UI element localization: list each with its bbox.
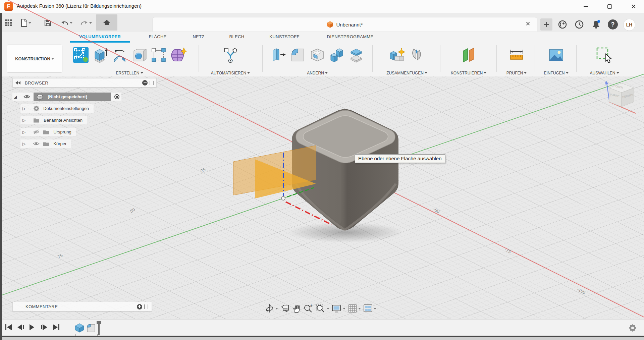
insert-image-icon (548, 47, 564, 63)
select-button[interactable] (595, 43, 614, 67)
timeline-marker[interactable] (98, 321, 100, 335)
hole-button[interactable] (130, 43, 149, 67)
close-icon (631, 4, 636, 9)
minimize-button[interactable] (578, 0, 593, 13)
group-label-auswaehlen[interactable]: AUSWÄHLEN (581, 71, 628, 75)
add-comment-button[interactable] (137, 304, 142, 309)
timeline-step-back-button[interactable] (17, 324, 24, 330)
construct-plane-button[interactable] (459, 43, 478, 67)
collapsed-triangle-icon[interactable]: ▷ (22, 118, 25, 123)
group-einfuegen: EINFÜGEN (539, 42, 574, 76)
group-label-zusammenfuegen[interactable]: ZUSAMMENFÜGEN (377, 71, 437, 75)
visibility-eye-icon[interactable] (33, 141, 40, 146)
create-sketch-button[interactable] (71, 43, 90, 67)
rectangular-pattern-button[interactable] (149, 43, 168, 67)
timeline-play-button[interactable] (30, 324, 34, 330)
comments-panel-header[interactable]: KOMMENTARE (12, 302, 152, 311)
redo-icon (80, 19, 88, 26)
new-component-button[interactable] (388, 43, 407, 67)
grid-snap-button[interactable] (348, 304, 361, 313)
visibility-eye-icon[interactable] (23, 95, 30, 99)
timeline-feature-fillet[interactable] (86, 323, 96, 333)
group-label-automatisieren[interactable]: AUTOMATISIEREN (203, 71, 258, 75)
measure-button[interactable] (507, 43, 526, 67)
browser-collapse-button[interactable] (142, 80, 148, 86)
tab-dienstprogramme[interactable]: DIENSTPROGRAMME (321, 32, 379, 41)
home-view-button[interactable] (96, 14, 117, 31)
new-tab-button[interactable] (540, 18, 552, 31)
account-avatar[interactable]: LH (623, 19, 635, 31)
document-tab[interactable]: Unbenannt* (153, 17, 537, 32)
zoom-button[interactable]: ± (303, 304, 313, 313)
aendern-label-text: ÄNDERN (307, 71, 324, 75)
display-settings-button[interactable] (332, 304, 345, 313)
browser-row-koerper[interactable]: ▷ Körper (20, 139, 71, 148)
z-axis-segment[interactable] (283, 153, 284, 199)
fillet-button[interactable] (288, 43, 307, 67)
look-at-button[interactable] (280, 304, 290, 313)
joint-button[interactable] (407, 43, 426, 67)
group-label-aendern[interactable]: ÄNDERN (266, 71, 368, 75)
app-grid-menu-button[interactable] (4, 18, 13, 28)
close-button[interactable] (626, 0, 641, 13)
revolve-button[interactable] (110, 43, 129, 67)
bar-icon (23, 325, 24, 329)
origin-point[interactable] (281, 196, 285, 201)
tab-close-button[interactable] (526, 21, 532, 27)
comments-grip-handle[interactable] (144, 304, 148, 309)
browser-panel-header[interactable]: BROWSER (12, 78, 157, 88)
offset-face-button[interactable] (347, 43, 366, 67)
expand-triangle-icon[interactable]: ◢ (14, 95, 17, 99)
app-toolbar: Unbenannt* (0, 13, 644, 32)
automatisieren-caret-icon (247, 72, 250, 75)
file-menu-button[interactable] (19, 18, 33, 28)
insert-image-button[interactable] (547, 43, 566, 67)
maximize-button[interactable] (602, 0, 617, 13)
minimize-icon (584, 6, 588, 7)
help-button[interactable]: ? (608, 19, 618, 30)
bar-icon (41, 325, 42, 329)
konstruktion-dropdown-button[interactable]: KONSTRUKTION (7, 45, 62, 73)
timeline-go-end-button[interactable] (53, 324, 59, 330)
collapsed-triangle-icon[interactable]: ▷ (22, 141, 25, 146)
orbit-button[interactable] (265, 304, 278, 313)
collapsed-triangle-icon[interactable]: ▷ (22, 130, 25, 134)
tab-flaeche[interactable]: FLÄCHE (144, 32, 171, 41)
create-form-button[interactable] (169, 43, 187, 67)
pan-button[interactable] (292, 304, 301, 313)
browser-row-benannte-ansichten[interactable]: ▷ Benannte Ansichten (20, 116, 87, 124)
timeline-step-forward-button[interactable] (41, 324, 47, 330)
combine-button[interactable] (327, 43, 346, 67)
job-status-button[interactable] (557, 19, 568, 30)
redo-button[interactable] (78, 18, 93, 28)
group-label-einfuegen[interactable]: EINFÜGEN (539, 71, 574, 75)
group-label-pruefen[interactable]: PRÜFEN (500, 71, 533, 75)
visibility-off-icon[interactable] (33, 129, 40, 134)
press-pull-button[interactable] (269, 43, 288, 67)
viewports-button[interactable] (363, 304, 376, 313)
timeline-feature-box[interactable] (74, 323, 85, 333)
browser-root-row[interactable]: ◢ (Nicht gespeichert) (12, 93, 121, 101)
browser-grip-handle[interactable] (150, 81, 154, 85)
group-auswaehlen: AUSWÄHLEN (581, 42, 628, 76)
tab-blech[interactable]: BLECH (225, 32, 248, 41)
timeline-settings-gear-icon[interactable] (629, 324, 637, 332)
group-label-konstruieren[interactable]: KONSTRUIEREN (444, 71, 493, 75)
file-caret-icon (29, 22, 31, 25)
group-label-erstellen[interactable]: ERSTELLEN (66, 71, 193, 75)
3d-viewport[interactable]: 25 50 75 -25 -50 -75 -100 (0, 76, 644, 319)
browser-row-ursprung[interactable]: ▷ Ursprung (20, 128, 76, 136)
history-button[interactable] (574, 19, 585, 30)
activate-radio-icon[interactable] (114, 94, 119, 99)
notifications-button[interactable] (591, 19, 601, 30)
shell-button[interactable] (308, 43, 327, 67)
automate-button[interactable] (221, 43, 240, 67)
fit-button[interactable] (316, 304, 329, 313)
timeline-go-start-button[interactable] (5, 324, 12, 330)
undo-caret-icon (70, 22, 72, 25)
tab-netz[interactable]: NETZ (188, 32, 209, 41)
browser-row-dokumenteinstellungen[interactable]: ▷ Dokumenteinstellungen (20, 104, 94, 113)
tab-kunststoff[interactable]: KUNSTSTOFF (265, 32, 304, 41)
view-cube[interactable]: Z OBEN VORNE RECHTS (602, 80, 642, 115)
collapsed-triangle-icon[interactable]: ▷ (22, 106, 25, 111)
